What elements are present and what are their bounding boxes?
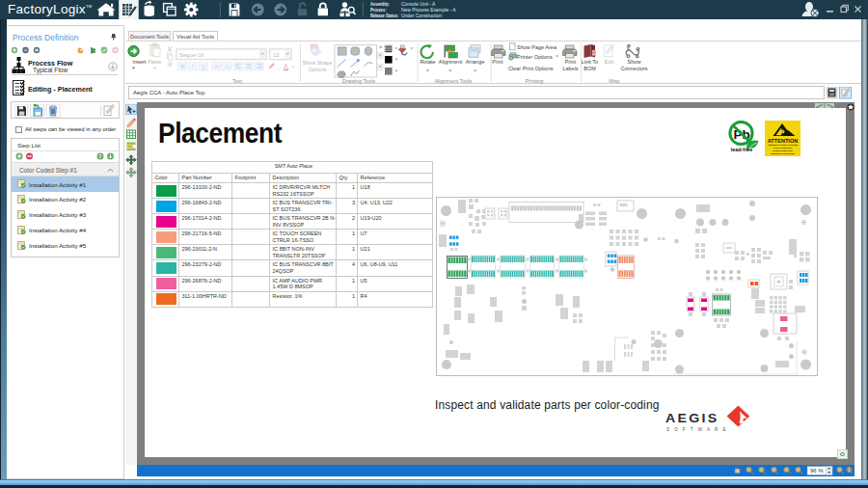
svg-text:B: B xyxy=(180,63,185,70)
svg-text:12: 12 xyxy=(273,52,280,58)
svg-text:ATTENTION: ATTENTION xyxy=(768,137,799,143)
svg-text:96 %: 96 % xyxy=(810,468,824,474)
svg-text:A˅: A˅ xyxy=(225,63,233,70)
svg-text:AEGIS: AEGIS xyxy=(665,410,719,425)
svg-text:A˄: A˄ xyxy=(214,63,223,70)
svg-text:A: A xyxy=(284,63,288,69)
svg-text:SENSITIVE DEVICES: SENSITIVE DEVICES xyxy=(771,151,795,154)
svg-text:Segoe UI: Segoe UI xyxy=(179,52,203,58)
svg-text:SOFTWARE: SOFTWARE xyxy=(666,427,731,432)
svg-text:lead-free: lead-free xyxy=(731,147,752,152)
svg-text:U: U xyxy=(202,63,206,70)
